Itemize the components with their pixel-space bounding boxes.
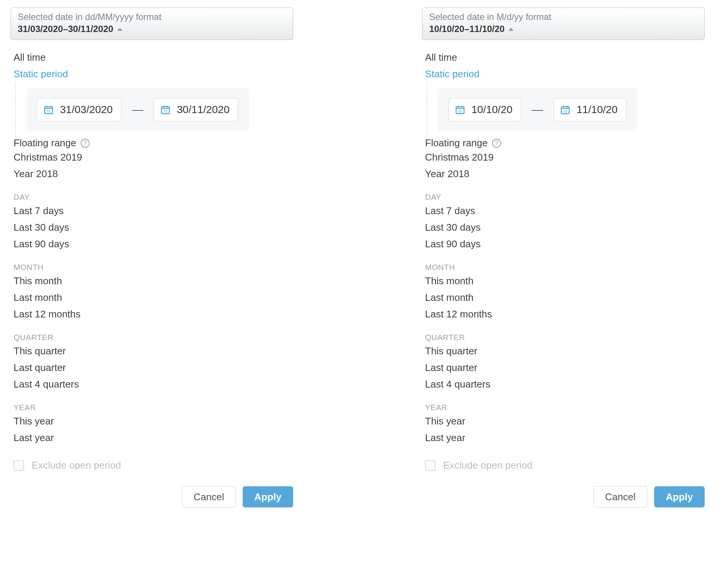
from-date-value: 31/03/2020	[60, 104, 113, 116]
exclude-label: Exclude open period	[32, 460, 121, 471]
option-preset-year[interactable]: Year 2018	[425, 165, 705, 182]
group-label-day: DAY	[425, 193, 705, 202]
exclude-label: Exclude open period	[443, 460, 532, 471]
calendar-icon: 31	[455, 104, 465, 115]
option-all-time[interactable]: All time	[14, 49, 293, 66]
group-label-quarter: QUARTER	[425, 333, 705, 342]
range-dash: —	[132, 103, 143, 116]
header-range-line: 10/10/20–11/10/20	[429, 24, 697, 34]
header-caption: Selected date in dd/MM/yyyy format	[18, 12, 286, 22]
svg-text:31: 31	[458, 109, 462, 113]
option-last-90-days[interactable]: Last 90 days	[425, 236, 705, 252]
group-label-year: YEAR	[425, 403, 705, 412]
static-period-inset: 31 10/10/20 — 31 11/10/20	[427, 82, 705, 137]
calendar-icon: 31	[43, 104, 54, 115]
option-static-period[interactable]: Static period	[14, 66, 293, 82]
exclude-checkbox[interactable]	[14, 460, 24, 471]
floating-range-label: Floating range	[425, 137, 488, 149]
picker-body: All time Static period 31 31/03/2020 —	[11, 40, 293, 507]
group-label-year: YEAR	[14, 403, 293, 412]
option-last-4-quarters[interactable]: Last 4 quarters	[14, 376, 293, 392]
date-header-toggle[interactable]: Selected date in dd/MM/yyyy format 31/03…	[11, 8, 293, 40]
footer: Cancel Apply	[14, 486, 293, 507]
option-this-year[interactable]: This year	[14, 413, 293, 429]
group-label-quarter: QUARTER	[14, 333, 293, 342]
option-preset-year[interactable]: Year 2018	[14, 165, 293, 182]
option-this-month[interactable]: This month	[14, 273, 293, 289]
to-date-value: 30/11/2020	[177, 104, 229, 116]
chevron-up-icon	[117, 28, 122, 31]
option-floating-range[interactable]: Floating range ?	[425, 137, 705, 149]
option-last-12-months[interactable]: Last 12 months	[14, 306, 293, 322]
option-last-quarter[interactable]: Last quarter	[425, 359, 705, 376]
cancel-button[interactable]: Cancel	[593, 486, 647, 507]
to-date-input[interactable]: 31 11/10/20	[554, 98, 626, 121]
option-last-month[interactable]: Last month	[14, 289, 293, 306]
option-this-month[interactable]: This month	[425, 273, 705, 289]
date-header-toggle[interactable]: Selected date in M/d/yy format 10/10/20–…	[422, 8, 705, 40]
option-floating-range[interactable]: Floating range ?	[14, 137, 293, 149]
option-last-7-days[interactable]: Last 7 days	[425, 202, 705, 219]
group-label-month: MONTH	[425, 263, 705, 272]
calendar-icon: 31	[560, 104, 570, 115]
option-this-quarter[interactable]: This quarter	[425, 343, 705, 359]
range-dash: —	[532, 103, 543, 116]
option-this-year[interactable]: This year	[425, 413, 705, 429]
help-icon[interactable]: ?	[81, 139, 90, 148]
date-picker-panel-2: Selected date in M/d/yy format 10/10/20–…	[422, 8, 705, 507]
help-icon[interactable]: ?	[492, 139, 501, 148]
option-last-quarter[interactable]: Last quarter	[14, 359, 293, 376]
option-last-4-quarters[interactable]: Last 4 quarters	[425, 376, 705, 392]
floating-range-label: Floating range	[14, 137, 76, 149]
static-period-inset: 31 31/03/2020 — 31 30/11/2020	[15, 82, 293, 137]
option-this-quarter[interactable]: This quarter	[14, 343, 293, 359]
option-last-30-days[interactable]: Last 30 days	[425, 219, 705, 236]
apply-button[interactable]: Apply	[243, 486, 293, 507]
header-range: 31/03/2020–30/11/2020	[18, 24, 113, 34]
from-date-value: 10/10/20	[471, 104, 512, 116]
cancel-button[interactable]: Cancel	[182, 486, 236, 507]
from-date-input[interactable]: 31 10/10/20	[448, 98, 521, 121]
to-date-value: 11/10/20	[577, 104, 618, 116]
exclude-checkbox[interactable]	[425, 460, 436, 471]
option-last-12-months[interactable]: Last 12 months	[425, 306, 705, 322]
exclude-open-period-row[interactable]: Exclude open period	[14, 460, 293, 471]
group-label-month: MONTH	[14, 263, 293, 272]
header-caption: Selected date in M/d/yy format	[429, 12, 697, 22]
header-range: 10/10/20–11/10/20	[429, 24, 505, 34]
picker-body: All time Static period 31 10/10/20 —	[422, 40, 705, 507]
option-last-90-days[interactable]: Last 90 days	[14, 236, 293, 252]
svg-text:31: 31	[47, 109, 50, 113]
option-last-year[interactable]: Last year	[14, 429, 293, 446]
option-preset-christmas[interactable]: Christmas 2019	[14, 149, 293, 165]
to-date-input[interactable]: 31 30/11/2020	[154, 98, 238, 121]
option-preset-christmas[interactable]: Christmas 2019	[425, 149, 705, 165]
apply-button[interactable]: Apply	[654, 486, 705, 507]
svg-text:31: 31	[164, 109, 167, 113]
option-last-30-days[interactable]: Last 30 days	[14, 219, 293, 236]
option-static-period[interactable]: Static period	[425, 66, 705, 82]
svg-text:31: 31	[563, 109, 567, 113]
static-date-range: 31 10/10/20 — 31 11/10/20	[438, 88, 637, 131]
from-date-input[interactable]: 31 31/03/2020	[37, 98, 121, 121]
date-picker-panel-1: Selected date in dd/MM/yyyy format 31/03…	[11, 8, 293, 507]
option-last-year[interactable]: Last year	[425, 429, 705, 446]
exclude-open-period-row[interactable]: Exclude open period	[425, 460, 705, 471]
group-label-day: DAY	[14, 193, 293, 202]
chevron-up-icon	[508, 28, 514, 31]
header-range-line: 31/03/2020–30/11/2020	[18, 24, 286, 34]
option-all-time[interactable]: All time	[425, 49, 705, 66]
static-date-range: 31 31/03/2020 — 31 30/11/2020	[26, 88, 249, 131]
option-last-month[interactable]: Last month	[425, 289, 705, 306]
footer: Cancel Apply	[425, 486, 705, 507]
calendar-icon: 31	[160, 104, 171, 115]
option-last-7-days[interactable]: Last 7 days	[14, 202, 293, 219]
